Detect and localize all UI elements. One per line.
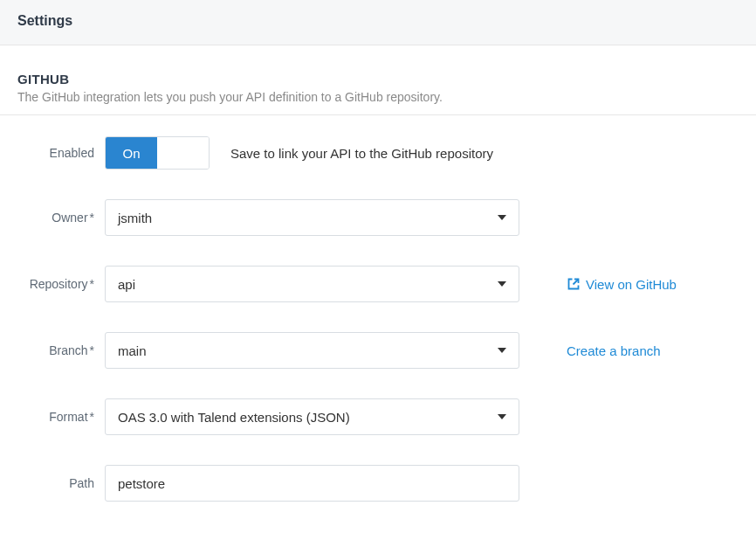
enabled-toggle-off[interactable] bbox=[157, 137, 209, 169]
label-owner-text: Owner bbox=[52, 211, 87, 225]
label-owner: Owner* bbox=[0, 211, 105, 225]
label-repository-text: Repository bbox=[30, 277, 88, 291]
section-title: GITHUB bbox=[17, 72, 739, 87]
branch-select-value: main bbox=[118, 343, 147, 358]
github-settings-form: Enabled On Save to link your API to the … bbox=[0, 115, 756, 540]
repository-select-value: api bbox=[118, 277, 135, 292]
row-path: Path bbox=[0, 465, 756, 502]
chevron-down-icon bbox=[498, 215, 506, 220]
branch-select[interactable]: main bbox=[105, 332, 519, 369]
required-marker: * bbox=[90, 211, 94, 225]
label-format: Format* bbox=[0, 410, 105, 424]
enabled-toggle-on[interactable]: On bbox=[106, 137, 157, 169]
enabled-hint: Save to link your API to the GitHub repo… bbox=[230, 146, 493, 161]
required-marker: * bbox=[90, 343, 94, 357]
required-marker: * bbox=[90, 410, 94, 424]
label-enabled: Enabled bbox=[0, 146, 105, 160]
repository-aux: View on GitHub bbox=[519, 277, 677, 292]
view-on-github-link[interactable]: View on GitHub bbox=[586, 277, 677, 292]
repository-select[interactable]: api bbox=[105, 266, 519, 302]
format-select[interactable]: OAS 3.0 with Talend extensions (JSON) bbox=[105, 398, 519, 435]
branch-aux: Create a branch bbox=[519, 343, 661, 358]
row-owner: Owner* jsmith bbox=[0, 199, 756, 236]
external-link-icon bbox=[567, 277, 581, 291]
section-description: The GitHub integration lets you push you… bbox=[17, 90, 739, 104]
section-header: GITHUB The GitHub integration lets you p… bbox=[0, 45, 756, 115]
row-enabled: Enabled On Save to link your API to the … bbox=[0, 136, 756, 170]
label-repository: Repository* bbox=[0, 277, 105, 291]
enabled-toggle[interactable]: On bbox=[105, 136, 210, 170]
row-repository: Repository* api View on GitHub bbox=[0, 266, 756, 302]
label-path: Path bbox=[0, 476, 105, 490]
required-marker: * bbox=[90, 277, 94, 291]
chevron-down-icon bbox=[498, 348, 506, 353]
chevron-down-icon bbox=[498, 281, 506, 287]
owner-select[interactable]: jsmith bbox=[105, 199, 519, 236]
topbar: Settings bbox=[0, 0, 756, 45]
page-title: Settings bbox=[17, 13, 739, 29]
chevron-down-icon bbox=[498, 414, 506, 419]
label-branch: Branch* bbox=[0, 343, 105, 357]
create-branch-link[interactable]: Create a branch bbox=[567, 343, 661, 358]
format-select-value: OAS 3.0 with Talend extensions (JSON) bbox=[118, 410, 350, 425]
row-format: Format* OAS 3.0 with Talend extensions (… bbox=[0, 398, 756, 435]
label-branch-text: Branch bbox=[49, 343, 87, 357]
owner-select-value: jsmith bbox=[118, 211, 152, 225]
label-format-text: Format bbox=[49, 410, 87, 424]
path-input[interactable] bbox=[105, 465, 519, 502]
row-branch: Branch* main Create a branch bbox=[0, 332, 756, 369]
